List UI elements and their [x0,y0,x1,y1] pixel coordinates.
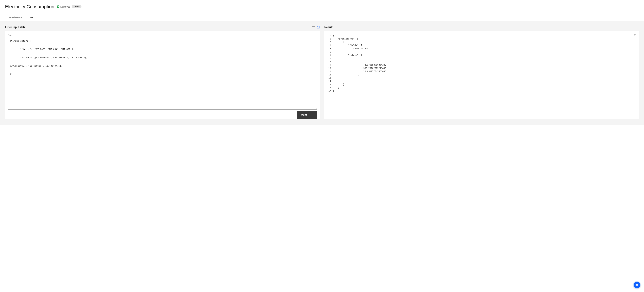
input-panel: Enter input data [5,25,320,119]
title-row: Electricity Consumption Deployed Online [5,4,639,9]
svg-point-0 [312,26,312,26]
svg-rect-1 [313,26,314,26]
input-card: Body Predict [5,31,320,119]
line-number-gutter: 0 1 2 3 4 5 6 7 8 9 10 11 12 13 14 15 16… [328,34,333,93]
svg-rect-3 [313,27,314,27]
json-view-icon[interactable] [316,26,320,29]
result-panel: Result 0 1 2 3 4 5 6 7 8 9 10 11 12 13 1… [324,25,639,119]
predict-row: Predict [8,110,317,119]
online-badge: Online [72,5,82,8]
deployed-status: Deployed [57,5,70,8]
page-header: Electricity Consumption Deployed Online … [0,0,644,21]
result-card: 0 1 2 3 4 5 6 7 8 9 10 11 12 13 14 15 16… [324,31,639,119]
page-title: Electricity Consumption [5,4,54,9]
body-label: Body [8,34,317,36]
svg-point-2 [312,27,312,27]
result-code-lines: { "predictions": [ { "fields": [ "predic… [333,34,388,93]
input-panel-header: Enter input data [5,25,320,29]
copy-icon[interactable] [634,34,636,37]
view-mode-icons [312,26,320,29]
result-panel-header: Result [324,25,639,29]
tab-test[interactable]: Test [27,14,49,21]
tab-api-reference[interactable]: API reference [5,14,27,21]
tabs: API reference Test [5,14,639,21]
body-textarea[interactable] [8,38,317,110]
deployed-label: Deployed [60,5,70,8]
input-heading: Enter input data [5,26,26,29]
status-group: Deployed Online [57,5,82,8]
result-code-block: 0 1 2 3 4 5 6 7 8 9 10 11 12 13 14 15 16… [328,34,636,93]
svg-rect-9 [634,34,636,36]
svg-point-4 [312,28,312,28]
result-heading: Result [324,26,332,29]
content-area: Enter input data [0,21,644,125]
predict-button[interactable]: Predict [297,111,317,119]
check-circle-icon [57,5,60,8]
list-view-icon[interactable] [312,26,315,29]
